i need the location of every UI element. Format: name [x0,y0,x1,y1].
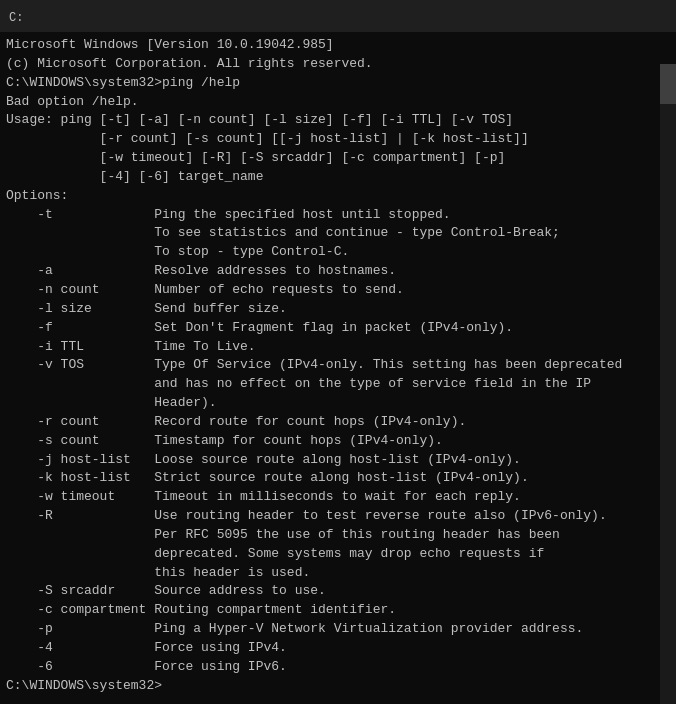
terminal-line: -i TTL Time To Live. [6,338,654,357]
terminal-line: To stop - type Control-C. [6,243,654,262]
terminal-line: C:\WINDOWS\system32>ping /help [6,74,654,93]
terminal-line: Usage: ping [-t] [-a] [-n count] [-l siz… [6,111,654,130]
terminal-line: deprecated. Some systems may drop echo r… [6,545,654,564]
terminal-line: -j host-list Loose source route along ho… [6,451,654,470]
terminal-line: Bad option /help. [6,93,654,112]
cmd-icon: C: [8,8,24,24]
terminal-line: Options: [6,187,654,206]
terminal-line: Header). [6,394,654,413]
terminal-output: Microsoft Windows [Version 10.0.19042.98… [0,32,660,704]
cmd-window: C: Microsoft Windows [Version 10.0.19042… [0,0,676,704]
terminal-line: -a Resolve addresses to hostnames. [6,262,654,281]
terminal-wrapper: Microsoft Windows [Version 10.0.19042.98… [0,32,676,704]
terminal-line: -w timeout Timeout in milliseconds to wa… [6,488,654,507]
terminal-line: Per RFC 5095 the use of this routing hea… [6,526,654,545]
terminal-line: (c) Microsoft Corporation. All rights re… [6,55,654,74]
terminal-line: To see statistics and continue - type Co… [6,224,654,243]
terminal-line: -s count Timestamp for count hops (IPv4-… [6,432,654,451]
scrollbar-track[interactable] [660,64,676,704]
terminal-line: and has no effect on the type of service… [6,375,654,394]
terminal-line: -R Use routing header to test reverse ro… [6,507,654,526]
terminal-line: [-r count] [-s count] [[-j host-list] | … [6,130,654,149]
terminal-line: -t Ping the specified host until stopped… [6,206,654,225]
terminal-line: -f Set Don't Fragment flag in packet (IP… [6,319,654,338]
terminal-line: -r count Record route for count hops (IP… [6,413,654,432]
terminal-line: -6 Force using IPv6. [6,658,654,677]
terminal-line: Microsoft Windows [Version 10.0.19042.98… [6,36,654,55]
terminal-line: [-4] [-6] target_name [6,168,654,187]
scrollbar-thumb[interactable] [660,64,676,104]
terminal-line: -4 Force using IPv4. [6,639,654,658]
terminal-line: [-w timeout] [-R] [-S srcaddr] [-c compa… [6,149,654,168]
svg-text:C:: C: [9,11,23,24]
terminal-line: -p Ping a Hyper-V Network Virtualization… [6,620,654,639]
terminal-line: -S srcaddr Source address to use. [6,582,654,601]
maximize-button[interactable] [576,0,622,32]
terminal-line: -v TOS Type Of Service (IPv4-only. This … [6,356,654,375]
terminal-line: this header is used. [6,564,654,583]
titlebar: C: [0,0,676,32]
titlebar-buttons [530,0,668,32]
minimize-button[interactable] [530,0,576,32]
terminal-line: -k host-list Strict source route along h… [6,469,654,488]
close-button[interactable] [622,0,668,32]
terminal-line: -l size Send buffer size. [6,300,654,319]
terminal-line: C:\WINDOWS\system32> [6,677,654,696]
terminal-line: -c compartment Routing compartment ident… [6,601,654,620]
terminal-line: -n count Number of echo requests to send… [6,281,654,300]
